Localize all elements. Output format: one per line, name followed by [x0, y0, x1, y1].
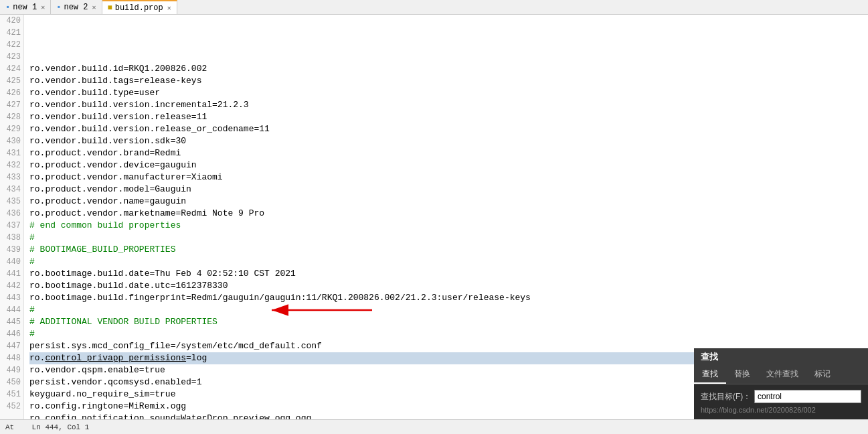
find-tab-files[interactable]: 文件查找: [758, 366, 806, 384]
code-line-439: ro.bootimage.build.fingerprint=Redmi/gau…: [29, 292, 868, 304]
code-line-423: ro.vendor.build.version.incremental=21.2…: [29, 99, 868, 111]
code-line-442: #: [29, 328, 868, 340]
find-tab-mark[interactable]: 标记: [806, 366, 839, 384]
tab-new2[interactable]: ▪ new 2 ✕: [51, 0, 102, 14]
find-label: 查找目标(F)：: [701, 391, 750, 403]
code-line-428: ro.product.vendor.device=gauguin: [29, 159, 868, 171]
prop-icon: ■: [108, 3, 112, 13]
find-row: 查找目标(F)：: [701, 390, 861, 403]
find-tab-replace[interactable]: 替换: [726, 366, 758, 384]
tab-bar: ▪ new 1 ✕ ▪ new 2 ✕ ■ build.prop ✕: [0, 0, 868, 15]
tab-label-buildprop: build.prop: [115, 3, 163, 13]
code-line-425: ro.vendor.build.version.release_or_coden…: [29, 123, 868, 135]
code-line-420: ro.vendor.build.id=RKQ1.200826.002: [29, 63, 868, 75]
code-line-437: ro.bootimage.build.date=Thu Feb 4 02:52:…: [29, 268, 868, 280]
code-line-433: # end common build properties: [29, 220, 868, 232]
code-line-424: ro.vendor.build.version.release=11: [29, 111, 868, 123]
code-line-434: #: [29, 232, 868, 244]
code-line-438: ro.bootimage.build.date.utc=1612378330: [29, 280, 868, 292]
code-line-432: ro.product.vendor.marketname=Redmi Note …: [29, 208, 868, 220]
code-line-421: ro.vendor.build.tags=release-keys: [29, 75, 868, 87]
code-line-441: # ADDITIONAL VENDOR BUILD PROPERTIES: [29, 316, 868, 328]
find-panel-body: 查找目标(F)： https://blog.csdn.net/20200826/…: [694, 384, 868, 419]
tab-label-new1: new 1: [13, 3, 37, 12]
file-icon: ▪: [5, 3, 10, 12]
code-line-430: ro.product.vendor.model=Gauguin: [29, 184, 868, 196]
code-line-427: ro.product.vendor.brand=Redmi: [29, 147, 868, 159]
find-panel-tabs: 查找 替换 文件查找 标记: [694, 366, 868, 384]
code-line-422: ro.vendor.build.type=user: [29, 87, 868, 99]
find-url: https://blog.csdn.net/20200826/002: [701, 406, 861, 414]
code-line-431: ro.product.vendor.name=gauguin: [29, 196, 868, 208]
close-tab-buildprop[interactable]: ✕: [167, 4, 171, 12]
file-icon-2: ▪: [56, 3, 61, 12]
code-line-436: #: [29, 256, 868, 268]
find-tab-search[interactable]: 查找: [694, 366, 726, 384]
code-line-440: #: [29, 304, 868, 316]
code-line-435: # BOOTIMAGE_BUILD_PROPERTIES: [29, 244, 868, 256]
close-tab-new2[interactable]: ✕: [92, 3, 96, 11]
tab-new1[interactable]: ▪ new 1 ✕: [0, 0, 51, 14]
line-numbers: 4204214224234244254264274284294304314324…: [0, 15, 24, 419]
find-input[interactable]: [754, 390, 861, 403]
close-tab-new1[interactable]: ✕: [41, 3, 45, 11]
tab-label-new2: new 2: [64, 3, 88, 12]
tab-buildprop[interactable]: ■ build.prop ✕: [102, 0, 177, 14]
find-panel: 查找 查找 替换 文件查找 标记 查找目标(F)： https://blog.c…: [694, 348, 868, 419]
find-panel-title: 查找: [694, 348, 868, 366]
code-line-429: ro.product.vendor.manufacturer=Xiaomi: [29, 171, 868, 184]
code-line-426: ro.vendor.build.version.sdk=30: [29, 135, 868, 147]
